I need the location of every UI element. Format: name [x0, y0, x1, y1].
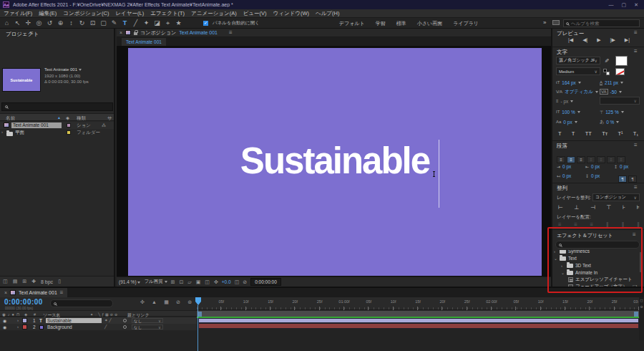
transport-button[interactable]: ▶|: [625, 37, 630, 43]
timeline-view-icon[interactable]: ⊘: [176, 299, 180, 305]
project-item-name[interactable]: Text Animate 001: [11, 122, 62, 128]
fill-mini-swatch[interactable]: [606, 72, 610, 75]
panel-menu-icon[interactable]: ≡: [634, 184, 638, 191]
close-icon[interactable]: ×: [119, 30, 122, 35]
panel-menu-icon[interactable]: ≡: [634, 29, 638, 36]
faux-style-button[interactable]: T: [558, 130, 562, 137]
current-timecode[interactable]: 0:00:00:00: [4, 298, 43, 306]
menu-item[interactable]: ウィンドウ(W): [273, 10, 309, 17]
timeline-view-icon[interactable]: ▲: [152, 299, 157, 305]
eye-icon[interactable]: ◉: [3, 324, 6, 330]
menu-item[interactable]: 編集(E): [39, 10, 57, 17]
font-size-field[interactable]: tT 164 px: [556, 78, 600, 87]
viewer-tab[interactable]: Text Animate 001: [122, 38, 166, 46]
footer-icon[interactable]: ▤: [13, 279, 18, 284]
exposure-value[interactable]: +0.0: [222, 279, 231, 284]
tool-icon[interactable]: ↻: [79, 19, 85, 28]
menu-item[interactable]: ファイル(F): [4, 10, 32, 17]
close-button[interactable]: ✕: [634, 2, 638, 8]
view-option-icon[interactable]: ⊞: [171, 279, 175, 285]
column-name[interactable]: 名前: [6, 115, 15, 122]
time-ruler[interactable]: 05f10f15f20f25f01:00f05f10f15f20f25f02:0…: [197, 297, 639, 310]
indent-left-field[interactable]: ⇥ 0 px: [557, 162, 584, 170]
tree-item[interactable]: ⌄Animate In: [554, 269, 640, 276]
faux-style-button[interactable]: Tт: [602, 130, 608, 137]
expander-icon[interactable]: ›: [17, 324, 19, 329]
panel-preview-title[interactable]: プレビュー: [557, 30, 584, 37]
label-swatch[interactable]: [67, 123, 71, 128]
stroke-width-field[interactable]: ≡ - px: [556, 97, 600, 105]
bpc-indicator[interactable]: 8 bpc: [41, 279, 53, 284]
label-column-icon[interactable]: ◈: [66, 115, 69, 121]
align-button[interactable]: ⊧: [637, 204, 640, 211]
tool-icon[interactable]: ↕: [68, 19, 74, 28]
stroke-style-select[interactable]: ∨: [600, 97, 640, 105]
font-family-select[interactable]: 源ノ角ゴシック JP∨: [556, 57, 600, 64]
minimize-button[interactable]: —: [609, 2, 614, 8]
tool-icon[interactable]: ↖: [14, 19, 21, 28]
no-fill-swatch[interactable]: [615, 68, 625, 75]
workspace-bar-icon[interactable]: [552, 20, 560, 25]
align-target-select[interactable]: コンポジション∨: [592, 193, 640, 201]
tree-item[interactable]: ›3D Text: [554, 262, 640, 269]
layer-label-swatch[interactable]: [22, 318, 27, 323]
tool-icon[interactable]: ◪: [154, 19, 160, 28]
vertical-scale-field[interactable]: IT 100 %: [556, 107, 600, 116]
layer-name[interactable]: Background: [47, 324, 72, 330]
pickwhip-icon[interactable]: [123, 319, 127, 322]
panel-menu-icon[interactable]: ≡: [633, 231, 636, 238]
project-item-name[interactable]: 平面: [15, 130, 24, 136]
faux-style-button[interactable]: T: [572, 130, 575, 137]
pickwhip-icon[interactable]: [123, 325, 127, 329]
eye-icon[interactable]: ◉: [3, 318, 6, 323]
transport-button[interactable]: |▶: [610, 37, 615, 43]
workspace-tab[interactable]: ライブラリ: [453, 20, 479, 27]
selected-item-name[interactable]: Text Animate 001: [44, 67, 82, 72]
tree-item[interactable]: ›Synthetics: [554, 250, 640, 254]
align-button[interactable]: ⊦: [623, 204, 625, 211]
help-search-input[interactable]: [571, 21, 634, 26]
menu-item[interactable]: レイヤー(L): [115, 10, 144, 17]
tree-item[interactable]: ⌄Text: [554, 255, 640, 261]
indent-first-field[interactable]: ⇤ 0 px: [585, 162, 613, 170]
menu-item[interactable]: エフェクト(T): [150, 10, 185, 17]
align-button[interactable]: ⊥: [575, 204, 580, 211]
scrollbar[interactable]: [640, 252, 642, 272]
canvas-text[interactable]: Sustainable: [128, 143, 542, 179]
show-snapshot-icon[interactable]: ⊘: [243, 279, 247, 285]
panel-menu-icon[interactable]: ≡: [30, 30, 34, 37]
timeline-right-strip[interactable]: ◻⊚: [639, 297, 644, 340]
expander-icon[interactable]: ›: [17, 318, 19, 322]
distribute-button[interactable]: ∥: [637, 221, 640, 228]
layer-bar-2[interactable]: [198, 323, 639, 329]
parent-select[interactable]: なし∨: [132, 324, 163, 330]
menu-item[interactable]: ビュー(V): [243, 10, 267, 17]
layer-name[interactable]: Sustainable: [46, 318, 102, 323]
view-option-icon[interactable]: ▱: [187, 279, 191, 285]
timeline-tab[interactable]: × Text Animate 001 ≡: [0, 288, 67, 297]
zoom-select[interactable]: (91.4 %): [119, 279, 140, 284]
font-style-select[interactable]: Medium∨: [556, 67, 600, 75]
menu-item[interactable]: ヘルプ(H): [316, 10, 339, 17]
effects-search[interactable]: [555, 241, 640, 249]
tool-icon[interactable]: ◎: [36, 19, 42, 28]
leading-field[interactable]: A 211 px: [600, 78, 644, 87]
menu-item[interactable]: アニメーション(A): [191, 10, 237, 17]
view-option-icon[interactable]: ◫: [205, 279, 210, 285]
sort-asc-icon[interactable]: ▲: [57, 115, 61, 120]
layer-label-swatch[interactable]: [22, 324, 27, 330]
panel-paragraph-title[interactable]: 段落: [557, 143, 567, 150]
tsume-field[interactable]: あ 0 %: [600, 117, 644, 126]
indent-right-field[interactable]: ↤ 0 px: [557, 171, 584, 180]
workspace-overflow-icon[interactable]: »: [543, 19, 546, 26]
expander-icon[interactable]: ›: [1, 130, 3, 134]
layer-switches[interactable]: ╱: [104, 324, 107, 329]
timeline-view-icon[interactable]: ▦: [164, 299, 169, 305]
layer-bar-1[interactable]: [198, 318, 639, 323]
tab-project[interactable]: プロジェクト: [6, 31, 39, 38]
distribute-button[interactable]: ≡: [590, 221, 594, 228]
tool-icon[interactable]: ⊡: [89, 19, 96, 28]
fill-color-swatch[interactable]: [615, 56, 628, 66]
project-search[interactable]: [1, 102, 113, 111]
distribute-button[interactable]: ≡: [574, 221, 577, 228]
